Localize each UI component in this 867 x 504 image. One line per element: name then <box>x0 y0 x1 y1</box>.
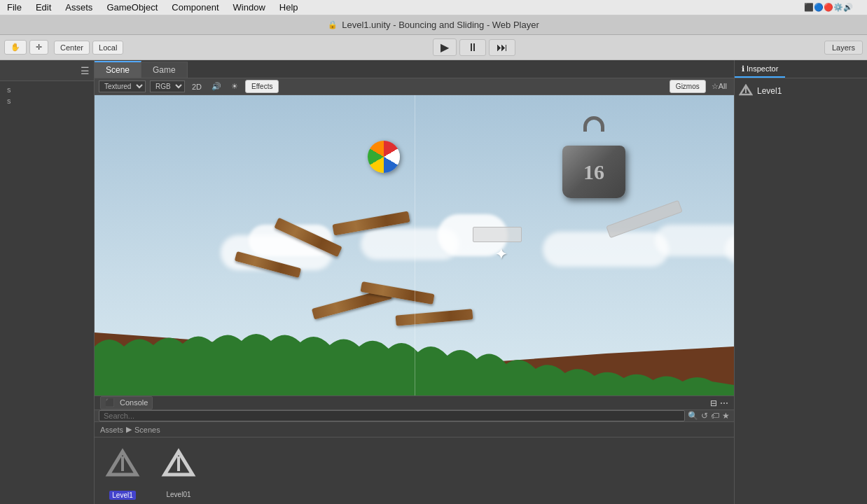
star-icon[interactable]: ★ <box>722 411 730 421</box>
2d-toggle[interactable]: 2D <box>189 83 204 91</box>
weight-object: 16 <box>559 116 629 186</box>
audio-toggle[interactable]: 🔊 <box>209 82 224 91</box>
hierarchy-panel: s s <box>0 81 94 504</box>
move-tool[interactable]: ✛ <box>29 40 48 55</box>
play-controls: ▶ ⏸ ⏭ <box>433 38 515 56</box>
search-icon: 🔍 <box>688 411 698 421</box>
tab-scene-label: Scene <box>106 65 130 75</box>
refresh-icon[interactable]: ↺ <box>701 411 708 421</box>
menu-assets[interactable]: Assets <box>58 2 99 13</box>
sun-icon: ☀ <box>228 82 241 91</box>
unity-logo-dark <box>105 448 140 483</box>
breadcrumb-scenes[interactable]: Scenes <box>134 426 160 434</box>
asset-icon-0 <box>100 443 145 488</box>
tab-game-label: Game <box>153 65 176 75</box>
asset-item-0[interactable]: Level1 <box>100 443 145 500</box>
title-bar: 🔒 Level1.unity - Bouncing and Sliding - … <box>0 15 867 35</box>
assets-content: Level1 Level01 <box>95 438 734 504</box>
inspector-icon-tab: ℹ <box>742 64 744 73</box>
asset-icon-1 <box>156 443 201 488</box>
asset-label-1: Level01 <box>166 491 190 498</box>
scene-toolbar: Textured RGB 2D 🔊 ☀ Effects Gizmos ☆All <box>95 78 734 95</box>
console-tab[interactable]: ⬛ Console <box>100 396 153 410</box>
hierarchy-item-1[interactable]: s <box>4 84 90 95</box>
left-panel-collapse[interactable]: ☰ <box>81 65 90 76</box>
beach-ball <box>368 141 400 173</box>
left-panel: ☰ s s <box>0 60 95 504</box>
scene-game-tabs: Scene Game <box>95 60 734 78</box>
bottom-area: ⬛ Console ⊟ ⋯ 🔍 ↺ 🏷 ★ Assets <box>95 396 734 504</box>
inspector-content: Level1 <box>735 78 867 504</box>
local-btn[interactable]: Local <box>92 41 123 55</box>
system-icons: ⬛🔵🔴⚙️🔊 <box>797 3 860 12</box>
console-action-2[interactable]: ⋯ <box>720 398 728 408</box>
breadcrumb-sep: ▶ <box>126 425 132 434</box>
left-panel-header: ☰ <box>0 60 94 81</box>
layers-btn[interactable]: Layers <box>824 41 863 55</box>
asset-label-0: Level1 <box>109 491 135 500</box>
search-input[interactable] <box>99 410 685 421</box>
scene-viewport[interactable]: ✦ 16 <box>95 95 734 396</box>
inspector-title: Level1 <box>739 84 863 98</box>
tab-game[interactable]: Game <box>141 62 188 78</box>
center-btn[interactable]: Center <box>54 41 90 55</box>
scene-divider <box>415 95 415 396</box>
menu-edit[interactable]: Edit <box>29 2 58 13</box>
menu-help[interactable]: Help <box>272 2 305 13</box>
step-btn[interactable]: ⏭ <box>489 39 515 56</box>
inspector-tabs: ℹ Inspector <box>735 60 867 78</box>
console-bar: ⬛ Console ⊟ ⋯ <box>95 396 734 410</box>
right-panel: ℹ Inspector Level1 ↖ <box>734 60 867 504</box>
menu-component[interactable]: Component <box>165 2 226 13</box>
color-space-select[interactable]: RGB <box>150 80 185 92</box>
effects-btn[interactable]: Effects <box>245 80 279 93</box>
hierarchy-item-2[interactable]: s <box>4 95 90 106</box>
weight-hook <box>583 116 604 132</box>
breadcrumb-assets[interactable]: Assets <box>100 426 123 434</box>
weight-body: 16 <box>562 146 625 198</box>
console-actions: ⊟ ⋯ <box>710 398 728 408</box>
gizmos-filter[interactable]: ☆All <box>709 82 730 91</box>
unity-logo-light <box>161 448 196 483</box>
lock-icon: 🔒 <box>328 20 338 29</box>
pivot-tools: Center Local <box>54 41 123 55</box>
assets-breadcrumb: Assets ▶ Scenes <box>95 422 734 438</box>
cloud-3 <box>543 232 669 267</box>
console-icon: ⬛ <box>105 398 115 407</box>
inspector-tab-label: Inspector <box>747 64 778 73</box>
hand-tool[interactable]: ✋ <box>4 40 27 55</box>
ui-rectangle <box>473 227 522 242</box>
gizmos-btn[interactable]: Gizmos <box>670 80 706 93</box>
assets-toolbar: 🔍 ↺ 🏷 ★ <box>95 410 734 422</box>
play-btn[interactable]: ▶ <box>433 38 457 56</box>
tab-inspector[interactable]: ℹ Inspector <box>735 62 785 78</box>
toolbar: ✋ ✛ Center Local ▶ ⏸ ⏭ Layers <box>0 35 867 60</box>
menu-file[interactable]: File <box>0 2 29 13</box>
menu-gameobject[interactable]: GameObject <box>99 2 165 13</box>
weight-label: 16 <box>583 160 604 184</box>
asset-item-1[interactable]: Level01 <box>156 443 201 500</box>
cloud-4 <box>655 225 734 256</box>
assets-browser: Assets ▶ Scenes Level1 <box>95 422 734 504</box>
tab-scene[interactable]: Scene <box>95 61 141 78</box>
center-marker: ✦ <box>495 246 507 262</box>
scene-tb-right: Gizmos ☆All <box>670 80 730 93</box>
transform-tools: ✋ ✛ <box>4 40 48 55</box>
menu-bar: File Edit Assets GameObject Component Wi… <box>0 0 867 15</box>
window-title: Level1.unity - Bouncing and Sliding - We… <box>342 20 539 30</box>
center-area: Scene Game Textured RGB 2D 🔊 ☀ Effects G… <box>95 60 734 504</box>
main-layout: ☰ s s Scene Game Textured RGB 2D 🔊 <box>0 60 867 504</box>
render-mode-select[interactable]: Textured <box>99 80 146 92</box>
menu-window[interactable]: Window <box>226 2 272 13</box>
console-label: Console <box>120 398 148 407</box>
console-action-1[interactable]: ⊟ <box>710 398 717 408</box>
pause-btn[interactable]: ⏸ <box>459 39 486 56</box>
inspector-object-name: Level1 <box>757 86 782 96</box>
bookmark-icon[interactable]: 🏷 <box>711 411 719 421</box>
unity-icon-inspector <box>739 84 753 98</box>
